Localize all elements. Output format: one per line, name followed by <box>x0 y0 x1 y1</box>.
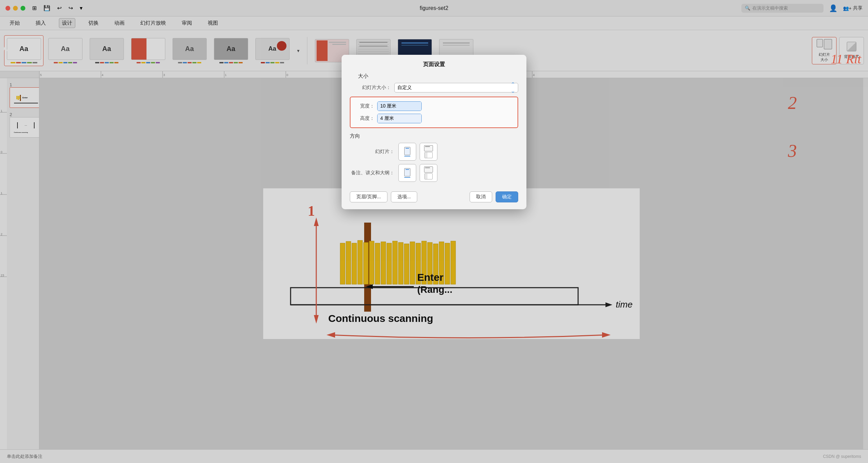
notes-landscape-button[interactable] <box>420 164 437 182</box>
notes-orient-label: 备注、讲义和大纲： <box>350 170 394 176</box>
dialog-footer-right: 取消 确定 <box>470 191 518 202</box>
slide-size-field-label: 幻灯片大小： <box>350 85 391 91</box>
dropdown-arrow-icon: ⌃⌄ <box>511 81 515 94</box>
slide-portrait-button[interactable] <box>398 143 416 161</box>
slide-orientation-options <box>398 143 437 161</box>
dialog-footer: 页眉/页脚... 选项... 取消 确定 <box>342 187 526 202</box>
width-input[interactable] <box>378 102 422 111</box>
dialog-footer-left: 页眉/页脚... 选项... <box>350 191 417 202</box>
dialog-title: 页面设置 <box>342 55 526 73</box>
notes-portrait-button[interactable] <box>398 164 416 182</box>
options-button[interactable]: 选项... <box>391 191 418 202</box>
size-section-label: 大小 <box>350 73 518 83</box>
slide-size-value: 自定义 <box>397 85 412 91</box>
size-input-box: 宽度： ▲ ▼ 高度： ▲ <box>350 97 518 128</box>
width-spinbox[interactable]: ▲ ▼ <box>377 101 422 111</box>
orientation-section-label: 方向 <box>350 133 518 139</box>
height-label: 高度： <box>357 115 374 122</box>
notes-orientation-options <box>398 164 437 182</box>
page-setup-dialog: 页面设置 大小 幻灯片大小： 自定义 ⌃⌄ 宽度： <box>342 55 526 209</box>
cancel-button[interactable]: 取消 <box>470 191 492 202</box>
dialog-overlay: 页面设置 大小 幻灯片大小： 自定义 ⌃⌄ 宽度： <box>0 0 868 463</box>
header-footer-button[interactable]: 页眉/页脚... <box>350 191 387 202</box>
width-label: 宽度： <box>357 103 374 109</box>
height-spinbox[interactable]: ▲ ▼ <box>377 114 422 123</box>
slide-size-dropdown[interactable]: 自定义 ⌃⌄ <box>394 83 518 92</box>
ok-button[interactable]: 确定 <box>496 191 518 202</box>
slide-orient-label: 幻灯片： <box>350 149 394 155</box>
orientation-section: 方向 幻灯片： <box>342 133 526 182</box>
slide-landscape-button[interactable] <box>420 143 437 161</box>
height-input[interactable] <box>378 114 422 123</box>
